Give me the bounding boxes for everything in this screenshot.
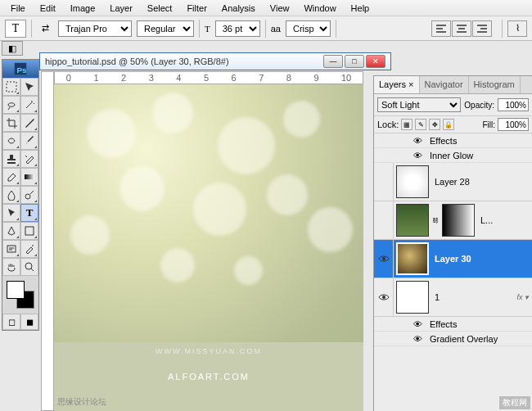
menu-filter[interactable]: Filter xyxy=(179,1,214,16)
hand-tool[interactable] xyxy=(2,258,20,276)
document-title: hippo_tutorial.psd @ 50% (Layer 30, RGB/… xyxy=(45,56,322,66)
history-brush-tool[interactable] xyxy=(20,150,38,168)
menu-help[interactable]: Help xyxy=(344,1,377,16)
orientation-toggle[interactable]: ⇄ xyxy=(37,23,53,34)
eye-icon[interactable]: 👁 xyxy=(413,136,425,146)
layer-thumbnail[interactable] xyxy=(396,204,429,237)
lock-all-button[interactable]: 🔒 xyxy=(443,119,454,130)
type-tool-preset[interactable]: T xyxy=(5,20,26,38)
layer-mask-thumbnail[interactable] xyxy=(442,204,475,237)
toolbox-header[interactable]: Ps xyxy=(2,60,38,78)
menu-edit[interactable]: Edit xyxy=(33,1,63,16)
window-maximize-button[interactable]: □ xyxy=(345,55,364,68)
collapsed-palette-button[interactable]: ◧ xyxy=(2,41,23,56)
layer-thumbnail[interactable] xyxy=(396,165,429,198)
eyedropper-tool[interactable] xyxy=(20,240,38,258)
lock-position-button[interactable]: ✥ xyxy=(429,119,440,130)
notes-tool[interactable] xyxy=(2,240,20,258)
antialias-select[interactable]: Crisp xyxy=(286,20,331,37)
healing-tool[interactable] xyxy=(2,132,20,150)
visibility-toggle[interactable] xyxy=(374,240,394,278)
fx-indicator[interactable]: fx ▾ xyxy=(516,293,532,301)
menu-window[interactable]: Window xyxy=(296,1,343,16)
align-left-button[interactable] xyxy=(431,20,451,37)
visibility-toggle[interactable] xyxy=(374,201,394,239)
brush-tool[interactable] xyxy=(20,132,38,150)
gradient-tool[interactable] xyxy=(20,168,38,186)
shape-tool[interactable] xyxy=(20,222,38,240)
document-canvas[interactable]: ALFOART.COM 思缘设计论坛 WWW.MISSYUAN.COM xyxy=(54,84,363,411)
stamp-tool[interactable] xyxy=(2,150,20,168)
menu-view[interactable]: View xyxy=(263,1,297,16)
layer-row-selected[interactable]: Layer 30 xyxy=(374,240,532,278)
lock-transparency-button[interactable]: ▦ xyxy=(401,119,413,130)
gradient-overlay-row[interactable]: 👁 Gradient Overlay xyxy=(374,332,532,346)
fill-input[interactable]: 100% xyxy=(498,118,529,131)
menu-file[interactable]: File xyxy=(3,1,33,16)
blend-mode-select[interactable]: Soft Light xyxy=(377,97,461,112)
menu-select[interactable]: Select xyxy=(140,1,180,16)
align-center-button[interactable] xyxy=(452,20,471,37)
eraser-tool[interactable] xyxy=(2,168,20,186)
window-close-button[interactable]: ✕ xyxy=(366,55,385,68)
standard-mode-button[interactable]: ◻ xyxy=(2,314,20,330)
window-minimize-button[interactable]: — xyxy=(323,55,343,68)
path-select-tool[interactable] xyxy=(2,204,20,222)
type-tool[interactable]: T xyxy=(20,204,38,222)
visibility-toggle[interactable] xyxy=(374,278,394,316)
opacity-input[interactable]: 100% xyxy=(498,98,529,111)
eye-icon[interactable]: 👁 xyxy=(413,334,425,344)
slice-tool[interactable] xyxy=(20,114,38,132)
effects-row[interactable]: 👁 Effects xyxy=(374,317,532,332)
warp-text-button[interactable]: ⌇ xyxy=(507,20,527,37)
dodge-tool[interactable] xyxy=(20,186,38,204)
zoom-tool[interactable] xyxy=(20,258,38,276)
eye-icon[interactable]: 👁 xyxy=(413,319,425,329)
lasso-tool[interactable] xyxy=(2,96,20,114)
layer-name[interactable]: L... xyxy=(477,215,532,225)
menu-layer[interactable]: Layer xyxy=(102,1,140,16)
svg-rect-2 xyxy=(7,82,16,92)
tab-layers[interactable]: Layers × xyxy=(374,76,420,93)
menu-analysis[interactable]: Analysis xyxy=(214,1,263,16)
font-family-select[interactable]: Trajan Pro xyxy=(58,20,132,37)
pen-tool[interactable] xyxy=(2,222,20,240)
tab-histogram[interactable]: Histogram xyxy=(469,76,521,93)
wand-tool[interactable] xyxy=(20,96,38,114)
layer-name[interactable]: Layer 30 xyxy=(431,254,532,264)
lock-pixels-button[interactable]: ✎ xyxy=(415,119,426,130)
crop-tool[interactable] xyxy=(2,114,20,132)
svg-rect-3 xyxy=(25,174,34,179)
layer-row[interactable]: 1 fx ▾ xyxy=(374,278,532,317)
canvas-watermark: ALFOART.COM 思缘设计论坛 WWW.MISSYUAN.COM xyxy=(54,342,363,411)
layer-thumbnail[interactable] xyxy=(396,242,429,275)
marquee-tool[interactable] xyxy=(2,78,20,96)
svg-point-8 xyxy=(382,257,385,260)
vertical-ruler[interactable] xyxy=(41,71,54,411)
mask-link-icon[interactable]: ⛓ xyxy=(431,217,440,224)
move-tool[interactable] xyxy=(20,78,38,96)
layer-name[interactable]: 1 xyxy=(431,292,516,302)
color-swatches[interactable] xyxy=(7,281,34,309)
font-style-select[interactable]: Regular xyxy=(137,20,194,37)
antialias-label: aa xyxy=(271,24,281,34)
align-right-button[interactable] xyxy=(472,20,492,37)
horizontal-ruler[interactable]: 012345678910 xyxy=(54,71,363,84)
font-size-select[interactable]: 36 pt xyxy=(215,20,260,37)
layer-name[interactable]: Layer 28 xyxy=(431,177,532,187)
lock-label: Lock: xyxy=(377,120,399,129)
menu-image[interactable]: Image xyxy=(63,1,103,16)
layer-thumbnail[interactable] xyxy=(396,281,429,314)
document-window-titlebar[interactable]: hippo_tutorial.psd @ 50% (Layer 30, RGB/… xyxy=(39,52,391,70)
visibility-toggle[interactable] xyxy=(374,163,394,201)
quickmask-mode-button[interactable]: ◼ xyxy=(20,314,38,330)
blur-tool[interactable] xyxy=(2,186,20,204)
tab-navigator[interactable]: Navigator xyxy=(420,76,469,93)
layer-row[interactable]: ⛓ L... xyxy=(374,201,532,240)
foreground-color[interactable] xyxy=(7,281,25,299)
inner-glow-row[interactable]: 👁 Inner Glow xyxy=(374,148,532,163)
effects-row[interactable]: 👁 Effects xyxy=(374,133,532,148)
layers-panel: Layers × Navigator Histogram Soft Light … xyxy=(373,75,532,411)
eye-icon[interactable]: 👁 xyxy=(413,151,425,160)
layer-row[interactable]: Layer 28 xyxy=(374,163,532,201)
